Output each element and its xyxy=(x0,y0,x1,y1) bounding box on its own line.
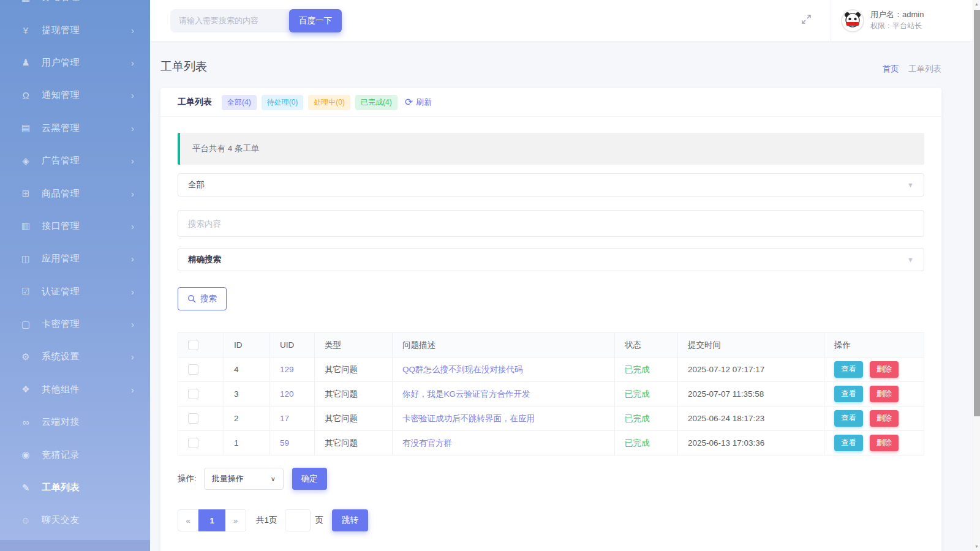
username-value: admin xyxy=(902,10,924,19)
delete-button[interactable]: 删除 xyxy=(870,410,899,427)
sidebar-item-api[interactable]: ▥ 接口管理 › xyxy=(0,210,150,242)
sidebar-item-cardkey[interactable]: ▢ 卡密管理 › xyxy=(0,308,150,340)
auth-shield-icon: ☑ xyxy=(19,286,32,297)
user-menu[interactable]: 用户名：admin 权限：平台站长 xyxy=(831,0,973,41)
sidebar-item-notice[interactable]: Ω 通知管理 › xyxy=(0,79,150,111)
sidebar-item-users[interactable]: ♟ 用户管理 › xyxy=(0,47,150,79)
sidebar-item-blacklist[interactable]: ▤ 云黑管理 › xyxy=(0,112,150,144)
sidebar-item-chat[interactable]: ☺ 聊天交友 xyxy=(0,504,150,536)
sidebar-item-ads[interactable]: ◈ 广告管理 › xyxy=(0,144,150,177)
topbar-search-input[interactable] xyxy=(170,9,293,32)
jump-button[interactable]: 跳转 xyxy=(332,509,368,531)
page-prev-button[interactable]: « xyxy=(178,509,198,531)
sidebar-item-cloud-link[interactable]: ∞ 云端对接 xyxy=(0,406,150,438)
view-button[interactable]: 查看 xyxy=(834,361,863,378)
type-select[interactable]: 全部 ▼ xyxy=(178,173,924,197)
cloud-link-icon: ∞ xyxy=(19,417,32,427)
main-content: 工单列表 首页 工单列表 工单列表 全部(4) 待处理(0) 处理中(0) 已完… xyxy=(150,42,973,551)
col-type: 类型 xyxy=(315,333,393,358)
uid-link[interactable]: 129 xyxy=(280,365,294,374)
page-next-button[interactable]: » xyxy=(225,509,246,531)
filter-pending[interactable]: 待处理(0) xyxy=(262,95,304,110)
select-all-checkbox[interactable] xyxy=(188,340,198,350)
breadcrumb-current: 工单列表 xyxy=(908,64,941,73)
chevron-right-icon: › xyxy=(131,0,134,2)
scroll-down-icon[interactable]: ▼ xyxy=(973,542,980,551)
scroll-up-icon[interactable]: ▲ xyxy=(973,0,980,9)
baidu-search-button[interactable]: 百度一下 xyxy=(289,9,342,32)
chevron-right-icon: › xyxy=(131,221,134,231)
desc-link[interactable]: 卡密验证成功后不跳转界面，在应用 xyxy=(402,414,535,423)
role-label: 权限： xyxy=(870,21,892,30)
users-icon: ♟ xyxy=(19,57,32,68)
bulk-action-select[interactable]: 批量操作 ∨ xyxy=(204,468,284,490)
goods-cart-icon: ⊞ xyxy=(19,188,32,199)
sidebar-item-withdraw[interactable]: ¥ 提现管理 › xyxy=(0,13,150,46)
apps-icon: ◫ xyxy=(19,253,32,264)
filter-done[interactable]: 已完成(4) xyxy=(355,95,398,110)
delete-button[interactable]: 删除 xyxy=(870,435,899,451)
card-title: 工单列表 xyxy=(178,97,212,108)
chevron-down-icon: ∨ xyxy=(271,475,276,483)
status-badge: 已完成 xyxy=(625,365,650,374)
search-button[interactable]: 搜索 xyxy=(178,287,227,310)
total-banner: 平台共有 4 条工单 xyxy=(178,133,924,165)
sidebar-item-guess-records[interactable]: ◉ 竞猜记录 xyxy=(0,438,150,471)
sidebar-item-settings[interactable]: ⚙ 系统设置 › xyxy=(0,340,150,373)
delete-button[interactable]: 删除 xyxy=(870,386,899,402)
breadcrumb-home-link[interactable]: 首页 xyxy=(882,64,899,73)
row-checkbox[interactable] xyxy=(188,413,198,424)
settings-gear-icon: ⚙ xyxy=(19,351,32,362)
sidebar-item-work-orders[interactable]: ✎ 工单列表 xyxy=(0,471,150,504)
blacklist-icon: ▤ xyxy=(19,122,32,133)
view-button[interactable]: 查看 xyxy=(834,435,863,451)
uid-link[interactable]: 17 xyxy=(280,414,289,423)
row-checkbox[interactable] xyxy=(188,364,198,375)
view-button[interactable]: 查看 xyxy=(834,410,863,427)
chevron-right-icon: › xyxy=(131,287,134,297)
desc-link[interactable]: 你好，我是KG云验证官方合作开发 xyxy=(402,389,530,399)
filter-all[interactable]: 全部(4) xyxy=(222,95,257,110)
vertical-scrollbar[interactable]: ▲ ▼ xyxy=(973,0,980,551)
fullscreen-icon[interactable] xyxy=(794,13,818,28)
exact-search-select[interactable]: 精确搜索 ▼ xyxy=(178,248,924,271)
col-time: 提交时间 xyxy=(678,333,824,358)
delete-button[interactable]: 删除 xyxy=(870,361,899,378)
table-row: 2 17 其它问题 卡密验证成功后不跳转界面，在应用 已完成 2025-06-2… xyxy=(178,407,924,431)
confirm-button[interactable]: 确定 xyxy=(292,468,327,490)
select-all-cell xyxy=(178,333,224,358)
breadcrumb: 首页 工单列表 xyxy=(882,64,941,75)
sidebar-item-auth[interactable]: ☑ 认证管理 › xyxy=(0,276,150,308)
avatar xyxy=(841,9,864,32)
uid-link[interactable]: 120 xyxy=(280,389,294,399)
refresh-button[interactable]: ⟳ 刷新 xyxy=(405,97,432,108)
row-checkbox[interactable] xyxy=(188,389,198,399)
page-jump-input[interactable] xyxy=(285,509,311,531)
desc-link[interactable]: 有没有官方群 xyxy=(402,438,452,448)
table-row: 4 129 其它问题 QQ群怎么搜不到现在没对接代码 已完成 2025-07-1… xyxy=(178,358,924,382)
scrollbar-thumb[interactable] xyxy=(974,10,980,416)
page-total: 共1页 xyxy=(256,515,277,526)
filter-processing[interactable]: 处理中(0) xyxy=(308,95,350,110)
role-value: 平台站长 xyxy=(892,21,922,30)
username-label: 用户名： xyxy=(870,10,902,19)
work-order-card: 工单列表 全部(4) 待处理(0) 处理中(0) 已完成(4) ⟳ 刷新 平台共… xyxy=(160,88,941,551)
table-row: 1 59 其它问题 有没有官方群 已完成 2025-06-13 17:03:36… xyxy=(178,431,924,455)
withdraw-icon: ¥ xyxy=(19,25,32,36)
site-icon: ▦ xyxy=(19,0,32,3)
row-checkbox[interactable] xyxy=(188,438,198,448)
sidebar-item-site[interactable]: ▦ 分站管理 › xyxy=(0,0,150,13)
page-1-button[interactable]: 1 xyxy=(198,509,225,531)
uid-link[interactable]: 59 xyxy=(280,438,289,448)
chevron-right-icon: › xyxy=(131,319,134,329)
chevron-right-icon: › xyxy=(131,253,134,264)
sidebar-item-apps[interactable]: ◫ 应用管理 › xyxy=(0,242,150,275)
col-desc: 问题描述 xyxy=(393,333,615,358)
sidebar-item-components[interactable]: ❖ 其他组件 › xyxy=(0,373,150,406)
view-button[interactable]: 查看 xyxy=(834,386,863,402)
desc-link[interactable]: QQ群怎么搜不到现在没对接代码 xyxy=(402,365,523,374)
chevron-right-icon: › xyxy=(131,156,134,166)
sidebar-item-goods[interactable]: ⊞ 商品管理 › xyxy=(0,177,150,209)
chevron-down-icon: ▼ xyxy=(907,256,914,263)
keyword-input[interactable] xyxy=(178,210,924,237)
